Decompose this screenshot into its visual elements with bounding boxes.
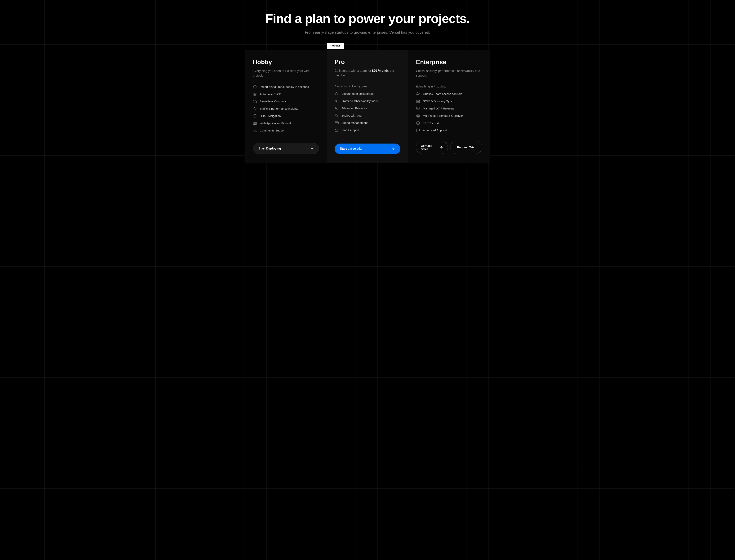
svg-point-9	[338, 93, 338, 93]
shield-icon	[253, 114, 257, 118]
contact-sales-button[interactable]: Contact Sales	[416, 141, 448, 154]
spend-icon	[335, 121, 339, 125]
list-item: Spend management	[335, 121, 401, 125]
ci-cd-icon	[253, 92, 257, 96]
email-icon	[335, 128, 339, 132]
list-item: Scales with you	[335, 113, 401, 118]
start-deploying-label: Start Deploying	[258, 147, 281, 150]
feature-text: Frontend Observability tools	[341, 99, 378, 103]
feature-text: DDoS Mitigation	[260, 114, 281, 118]
protection-icon	[335, 106, 339, 110]
plan-card-enterprise: Enterprise Critical security, performanc…	[408, 50, 490, 163]
hobby-plan-name: Hobby	[253, 59, 319, 66]
svg-point-5	[254, 129, 255, 130]
feature-text: Multi-region compute & failover	[423, 114, 463, 117]
free-trial-label: Start a free trial	[340, 147, 362, 150]
arrow-right-icon	[440, 146, 443, 149]
scim-icon	[416, 99, 420, 103]
feature-text: Guest & Team access controls	[423, 92, 462, 96]
enterprise-features-list: Guest & Team access controls SCIM & Dire…	[416, 92, 482, 132]
list-item: Guest & Team access controls	[416, 92, 482, 96]
waf-icon	[416, 106, 420, 111]
access-icon	[416, 92, 420, 96]
pro-description-prefix: Collaborate with a team for	[335, 69, 372, 72]
svg-rect-1	[253, 122, 257, 124]
list-item: Import any git repo, deploy in seconds	[253, 85, 319, 89]
svg-rect-3	[255, 122, 256, 123]
enterprise-features-intro: Everything in Pro, plus:	[416, 85, 482, 88]
svg-point-16	[417, 92, 418, 94]
enterprise-plan-description: Critical security, performance, observab…	[416, 69, 482, 78]
feature-text: Web Application Firewall	[260, 122, 291, 125]
team-icon	[335, 92, 339, 96]
page-subtitle: From early-stage startups to growing ent…	[4, 30, 731, 35]
feature-text: Community Support	[260, 129, 285, 132]
popular-badge-wrapper: Popular	[327, 43, 408, 49]
svg-point-10	[336, 100, 337, 101]
feature-text: SCIM & Directory Sync	[423, 100, 452, 103]
cloud-icon	[253, 99, 257, 104]
free-trial-button[interactable]: Start a free trial	[335, 144, 401, 154]
list-item: Frontend Observability tools	[335, 99, 401, 103]
svg-rect-21	[417, 107, 420, 109]
arrow-right-icon	[310, 147, 314, 150]
svg-rect-2	[254, 122, 255, 123]
feature-text: Secure team collaboration	[341, 92, 375, 95]
plan-card-pro: Popular Pro Collaborate with a team for …	[327, 50, 408, 163]
enterprise-plan-name: Enterprise	[416, 59, 482, 66]
page-title: Find a plan to power your projects.	[4, 11, 731, 26]
feature-text: Advanced Protection	[341, 107, 368, 110]
community-icon	[253, 128, 257, 133]
list-item: Multi-region compute & failover	[416, 114, 482, 118]
list-item: Managed WAF Rulesets	[416, 106, 482, 111]
pro-features-intro: Everything in Hobby, plus:	[335, 85, 401, 88]
svg-point-7	[336, 92, 337, 94]
list-item: Community Support	[253, 128, 319, 133]
pro-plan-name: Pro	[335, 58, 401, 65]
svg-rect-13	[335, 122, 338, 124]
popular-badge: Popular	[327, 43, 344, 49]
feature-text: Advanced Support	[423, 129, 447, 132]
hobby-features-list: Import any git repo, deploy in seconds A…	[253, 85, 319, 135]
list-item: Serverless Compute	[253, 99, 319, 104]
svg-rect-17	[417, 100, 418, 101]
support-icon	[416, 128, 420, 132]
plans-container: Hobby Everything you need to kickstart y…	[245, 50, 490, 163]
globe-icon	[416, 114, 420, 118]
svg-rect-19	[417, 102, 418, 103]
feature-text: Import any git repo, deploy in seconds	[260, 85, 309, 88]
request-trial-label: Request Trial	[457, 146, 475, 149]
header-section: Find a plan to power your projects. From…	[0, 0, 735, 50]
arrow-right-icon	[392, 147, 395, 150]
contact-sales-label: Contact Sales	[421, 144, 438, 151]
feature-text: Managed WAF Rulesets	[423, 107, 454, 110]
request-trial-button[interactable]: Request Trial	[450, 141, 482, 154]
svg-rect-20	[418, 102, 420, 103]
sla-icon	[416, 121, 420, 125]
analytics-icon	[253, 107, 257, 111]
svg-point-8	[335, 93, 336, 93]
list-item: Web Application Firewall	[253, 121, 319, 125]
page-content: Find a plan to power your projects. From…	[0, 0, 735, 163]
feature-text: Serverless Compute	[260, 100, 286, 103]
feature-text: Spend management	[341, 121, 368, 124]
list-item: 99.99% SLA	[416, 121, 482, 125]
pro-features-list: Secure team collaboration Frontend Obser…	[335, 92, 401, 135]
list-item: Advanced Support	[416, 128, 482, 132]
observability-icon	[335, 99, 339, 103]
feature-text: 99.99% SLA	[423, 121, 439, 125]
list-item: Automatic CI/CD	[253, 92, 319, 96]
list-item: Secure team collaboration	[335, 92, 401, 96]
hobby-plan-description: Everything you need to kickstart your we…	[253, 69, 319, 78]
start-deploying-button[interactable]: Start Deploying	[253, 143, 319, 154]
deploy-icon	[253, 85, 257, 89]
feature-text: Automatic CI/CD	[260, 92, 281, 96]
list-item: Traffic & performance insights	[253, 107, 319, 111]
list-item: Email support	[335, 128, 401, 132]
list-item: SCIM & Directory Sync	[416, 99, 482, 103]
list-item: Advanced Protection	[335, 106, 401, 110]
feature-text: Email support	[341, 128, 359, 132]
feature-text: Scales with you	[341, 114, 362, 117]
plan-card-hobby: Hobby Everything you need to kickstart y…	[245, 50, 327, 163]
feature-text: Traffic & performance insights	[260, 107, 298, 110]
